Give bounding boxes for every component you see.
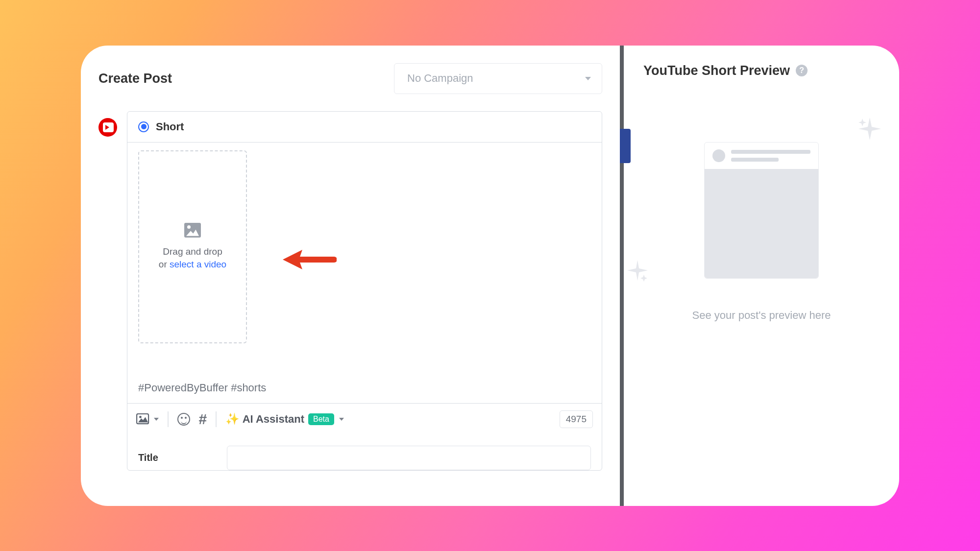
ai-assistant-button[interactable]: ✨ AI Assistant Beta xyxy=(225,413,344,426)
post-type-label: Short xyxy=(156,120,184,133)
upload-text: Drag and drop or select a video xyxy=(159,245,226,270)
post-type-row: Short xyxy=(127,112,602,143)
media-button[interactable] xyxy=(136,413,159,425)
play-icon xyxy=(105,124,111,131)
preview-hint: See your post's preview here xyxy=(692,309,831,322)
image-icon xyxy=(184,223,201,238)
avatar-skeleton xyxy=(712,149,725,162)
hashtag-icon: # xyxy=(199,412,207,427)
preview-header: YouTube Short Preview ? xyxy=(643,63,880,78)
campaign-select[interactable]: No Campaign xyxy=(394,63,602,94)
youtube-icon[interactable] xyxy=(98,118,117,137)
ai-assistant-label: AI Assistant xyxy=(243,413,304,426)
create-post-panel: Create Post No Campaign Short xyxy=(81,46,620,506)
chevron-down-icon xyxy=(339,418,344,421)
sparkle-icon xyxy=(858,117,882,141)
hashtag-text[interactable]: #PoweredByBuffer #shorts xyxy=(138,382,591,394)
separator xyxy=(216,411,217,427)
editor-body: Drag and drop or select a video #Powered… xyxy=(127,143,602,403)
editor-toolbar: # ✨ AI Assistant Beta 4975 xyxy=(127,403,602,435)
header: Create Post No Campaign xyxy=(98,63,602,94)
hashtag-button[interactable]: # xyxy=(199,412,207,427)
line-skeleton xyxy=(731,150,810,154)
app-window: Create Post No Campaign Short xyxy=(81,46,899,506)
upload-or: or xyxy=(159,259,170,269)
short-radio[interactable] xyxy=(138,121,149,132)
wand-icon: ✨ xyxy=(225,413,240,425)
upload-line1: Drag and drop xyxy=(163,246,222,257)
title-input[interactable] xyxy=(227,446,591,470)
preview-title: YouTube Short Preview xyxy=(643,63,790,78)
svg-point-1 xyxy=(139,415,142,418)
campaign-placeholder: No Campaign xyxy=(407,72,473,85)
preview-card-placeholder xyxy=(704,142,819,279)
title-row: Title xyxy=(127,435,602,470)
page-title: Create Post xyxy=(98,71,172,86)
emoji-icon xyxy=(177,413,190,426)
title-label: Title xyxy=(138,452,158,463)
chevron-down-icon xyxy=(154,418,159,421)
media-skeleton xyxy=(705,169,818,278)
panel-divider[interactable] xyxy=(620,46,624,506)
preview-panel: YouTube Short Preview ? See y xyxy=(624,46,899,506)
line-skeleton xyxy=(731,158,779,162)
image-icon xyxy=(136,413,150,425)
help-icon[interactable]: ? xyxy=(796,65,808,76)
beta-badge: Beta xyxy=(308,413,334,425)
video-upload-dropzone[interactable]: Drag and drop or select a video xyxy=(138,150,247,343)
composer-row: Short Drag and drop or select a video #P… xyxy=(98,111,602,471)
preview-area: See your post's preview here xyxy=(643,142,880,322)
chevron-down-icon xyxy=(585,77,591,80)
sparkle-icon xyxy=(626,259,649,282)
composer: Short Drag and drop or select a video #P… xyxy=(127,111,602,471)
character-count: 4975 xyxy=(560,410,593,428)
divider-handle[interactable] xyxy=(620,129,631,163)
emoji-button[interactable] xyxy=(177,413,190,426)
separator xyxy=(168,411,169,427)
select-video-link[interactable]: select a video xyxy=(170,259,226,269)
